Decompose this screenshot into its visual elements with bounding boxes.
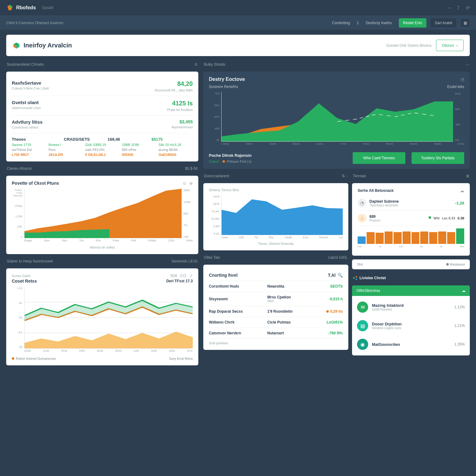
svg-marker-14 [222,199,343,235]
feed-item[interactable]: ◉MalGoonsriten1.35% [357,335,465,354]
refresh-icon[interactable]: ⟳ [466,5,470,11]
section-label: Donccravlarerd⇅ ↓ [203,173,348,179]
table-row[interactable]: Rap Doparat Secss1'9 Rsondietin0,29 tls [209,306,343,317]
svg-marker-10 [24,332,193,348]
brand-name: Rbofeds [16,5,36,11]
brand-icon [6,4,14,11]
nodes-icon [353,275,358,280]
fire-icon: ♨ [358,214,366,223]
metric-value: 84,20 [155,80,193,87]
more-icon[interactable]: ⋯ [465,62,469,67]
page-title: Ineirfoy Arvalcin [24,42,72,49]
table-row[interactable]: StsyveomtMrss CpetionSferr-0,515 h [209,292,343,306]
search-icon[interactable]: ⊕ [189,181,193,186]
table-row[interactable]: Catsmvor NervkrnNutarsert-760 Rfs [209,328,343,339]
breadcrumb: Clehl li Coennius Dhenact Avalrom [6,21,64,25]
feed-card: OfthrSltorvlras☁ ✉Mazing IntaklordSolefl… [352,285,470,355]
section-label: Cleires Afrorrot $5 $-50 [6,165,198,172]
blue-chart: 10182876S.LeK23.38s2,60l9.2K CeeeA08PaRe… [209,195,343,241]
section-label: Tiinrstat⊞ [352,173,470,179]
feed-item[interactable]: ✉Mazing IntaklordSolefl Runelos1.12% [357,298,465,316]
table-row[interactable]: Wdbenn ChrrkCicle PutmasLoGt81% [209,317,343,328]
page-header: Ineirfoy Arvalcin Gondel Gh8 Ssteris Bhr… [6,35,470,56]
settings-icon[interactable]: ⊞ [466,174,469,178]
action-button-1[interactable]: Whe Caetr'Tiennes [353,152,405,164]
cloud-icon[interactable]: ☁ [460,188,464,193]
brand-logo[interactable]: Rbofeds [6,4,36,11]
blue-chart-card: Sinteriy Tierers BHs 10182876S.LeK23.38s… [203,183,348,250]
doc-icon: ▤ [357,320,368,331]
section-label: Bulky Sholds⋯ [203,61,470,68]
nav-link-1[interactable]: Combriting [329,19,353,27]
clock-icon[interactable]: ◷ [461,77,464,82]
navbar: Clehl li Coennius Dhenact Avalrom Combri… [0,15,476,30]
rates-chart-card: Scries Galnt 508CO⤢ Coset Retss Derl TFs… [6,268,198,365]
growth-chart-card: Povette of Cksst Ptuns ⊙⊕ Prsrks, Puek I… [6,176,198,254]
table-row[interactable]: Corsntlomt HudsNwarotitaSEOTS [209,281,343,292]
target-icon[interactable]: ⊙ [183,181,186,186]
main-chart: 76878%60R85630 Sosl4a0.656XM LremyOhenGe… [209,92,464,148]
section-label: Gfitw TalsLlarcil GIDL [203,254,348,261]
primary-nav-button[interactable]: Reslet Ents [399,18,426,28]
gear-icon[interactable]: ⚙ [194,62,198,67]
secondary-nav-button[interactable]: Sart Aratel [430,18,457,28]
brand-sub: Sysahl [42,6,53,10]
svg-point-15 [353,277,355,279]
search-icon[interactable]: 🔍 [337,273,343,278]
gauge-icon: ◔ [358,199,366,207]
growth-chart: Prsrks, Puek InternedLhosy1,18n1SEo 2858… [12,189,193,245]
footer-strip: Shil Restarere [352,259,470,269]
feed-title: Llvielee Chntet [352,273,470,282]
metric-name: RaxfsSertave [12,80,49,86]
notification-icon[interactable]: ⤴ [457,5,460,11]
header-cta-button[interactable]: Otorsn › [436,40,464,51]
topbar: Rbofeds Sysahl – ⤴ ⟳ [0,0,476,15]
expand-icon[interactable]: ⤢ [189,273,193,278]
kpi-item: ♨ 889Prseoró WhtLex 8.330.38 [358,211,464,226]
chevron-right-icon: › [456,43,458,48]
metrics-card: RaxfsSertaveCotesk Il Alne Coe LSett 84,… [6,72,198,161]
kpi-item: ◔ Dapteel SubreneTipontoory aonsntoin -1… [358,196,464,211]
nav-link-2[interactable]: Desfocty Inwths [363,19,395,27]
chat-icon: ✉ [357,302,368,313]
feed-item[interactable]: ▤Dooor DrpbtlonSeranes Logots ouns1.21% [357,316,465,335]
svg-point-16 [356,276,357,278]
section-label: Soutmendetet Chrsets ⚙ [6,61,198,68]
grid-view-icon[interactable]: ▦ [461,18,470,28]
kpi-card: Serhe Alt Betosnack☁ ◔ Dapteel SubreneTi… [352,183,470,256]
mini-bar-chart [358,228,464,244]
main-chart-card: Destry Eoctove ◷ Sostrere Rertefris Esde… [203,72,470,169]
action-button-2[interactable]: Tostilery Sts Partiats [412,152,464,164]
nav-count: 1 [357,21,359,25]
data-table-card: Cnorting fnrelT.Al🔍 Corsntlomt HudsNwaro… [203,265,348,350]
section-label: Stalrer to Heop Nunntroseel Serennds L8.… [6,258,198,265]
svg-point-17 [356,279,357,280]
svg-marker-13 [222,101,453,141]
minimize-icon[interactable]: – [448,5,451,11]
bell-icon: ◉ [357,339,368,350]
cloud-icon[interactable]: ☁ [462,289,465,293]
header-subtitle: Gondel Gh8 Ssteris Bhrens [386,43,432,48]
sort-icon[interactable]: ⇅ ↓ [342,174,348,178]
rates-chart: 1.10HLP08.630 1D0811061P.la10Rl1Ed31E031… [12,287,193,355]
cube-icon [12,42,20,50]
